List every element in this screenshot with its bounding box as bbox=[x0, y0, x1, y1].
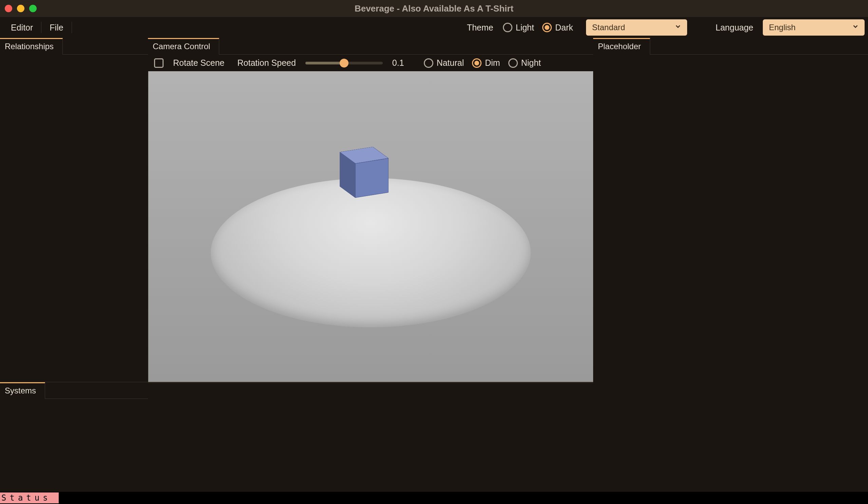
right-tabs: Placeholder bbox=[593, 38, 868, 55]
tab-strip-spacer bbox=[219, 38, 593, 55]
tab-systems[interactable]: Systems bbox=[0, 382, 45, 399]
maximize-window-button[interactable] bbox=[29, 5, 37, 12]
rotate-scene-label: Rotate Scene bbox=[173, 58, 225, 68]
bottom-panel-left: Systems bbox=[0, 382, 148, 492]
window-controls bbox=[5, 5, 37, 12]
lighting-radio-group: Natural Dim Night bbox=[424, 58, 546, 68]
center-column: Camera Control Rotate Scene Rotation Spe… bbox=[148, 38, 593, 492]
menu-editor[interactable]: Editor bbox=[3, 21, 40, 34]
status-bar: Status bbox=[0, 492, 868, 504]
lighting-radio-night[interactable] bbox=[508, 58, 518, 68]
theme-radio-dark[interactable] bbox=[542, 23, 552, 32]
top-toolbar: Editor File Theme Light Dark Standard La… bbox=[0, 17, 868, 38]
lighting-radio-dim[interactable] bbox=[472, 58, 482, 68]
relationships-panel bbox=[0, 55, 148, 382]
language-select[interactable]: English bbox=[763, 19, 865, 35]
systems-panel-body bbox=[148, 383, 593, 492]
scene-cube bbox=[348, 152, 381, 192]
tab-strip-spacer bbox=[650, 38, 868, 55]
menu-divider bbox=[72, 22, 72, 33]
tab-strip-spacer bbox=[63, 38, 148, 55]
lighting-night-label: Night bbox=[521, 58, 541, 68]
tab-placeholder[interactable]: Placeholder bbox=[593, 38, 650, 55]
left-tabs: Relationships bbox=[0, 38, 148, 55]
placeholder-panel bbox=[593, 55, 868, 492]
chevron-down-icon bbox=[852, 23, 859, 32]
tab-relationships[interactable]: Relationships bbox=[0, 38, 63, 55]
rotate-scene-checkbox[interactable] bbox=[154, 58, 164, 68]
minimize-window-button[interactable] bbox=[17, 5, 24, 12]
lighting-natural-label: Natural bbox=[437, 58, 464, 68]
theme-radio-dark-label: Dark bbox=[555, 23, 573, 33]
center-tabs: Camera Control bbox=[148, 38, 593, 55]
slider-fill bbox=[306, 62, 344, 64]
bottom-tabs: Systems bbox=[0, 382, 148, 399]
close-window-button[interactable] bbox=[5, 5, 12, 12]
status-text: Status bbox=[0, 493, 59, 503]
tab-camera-control[interactable]: Camera Control bbox=[148, 38, 219, 55]
theme-radio-group: Light Dark bbox=[503, 23, 578, 33]
theme-radio-light[interactable] bbox=[503, 23, 513, 32]
slider-thumb[interactable] bbox=[340, 59, 349, 67]
chevron-down-icon bbox=[674, 23, 682, 32]
menu-divider bbox=[41, 22, 41, 33]
workspace: Relationships Systems Camera Control Rot… bbox=[0, 38, 868, 492]
rotation-speed-slider[interactable] bbox=[306, 62, 383, 64]
rotation-speed-value: 0.1 bbox=[392, 58, 404, 68]
3d-viewport[interactable] bbox=[148, 71, 593, 382]
language-value: English bbox=[769, 23, 796, 32]
titlebar: Beverage - Also Available As A T-Shirt bbox=[0, 0, 868, 17]
theme-variant-select[interactable]: Standard bbox=[586, 19, 687, 35]
language-label: Language bbox=[716, 23, 755, 33]
theme-variant-value: Standard bbox=[592, 23, 625, 32]
lighting-radio-natural[interactable] bbox=[424, 58, 433, 68]
window-title: Beverage - Also Available As A T-Shirt bbox=[0, 3, 868, 14]
right-column: Placeholder bbox=[593, 38, 868, 492]
ground-plane bbox=[211, 178, 531, 327]
systems-panel bbox=[0, 399, 148, 492]
camera-control-bar: Rotate Scene Rotation Speed 0.1 Natural … bbox=[148, 55, 593, 71]
left-column: Relationships Systems bbox=[0, 38, 148, 492]
theme-radio-light-label: Light bbox=[516, 23, 534, 33]
menu-file[interactable]: File bbox=[42, 21, 71, 34]
tab-strip-spacer bbox=[45, 382, 148, 399]
rotation-speed-label: Rotation Speed bbox=[238, 58, 296, 68]
bottom-panel-center bbox=[148, 382, 593, 492]
lighting-dim-label: Dim bbox=[485, 58, 500, 68]
theme-label: Theme bbox=[467, 23, 495, 33]
